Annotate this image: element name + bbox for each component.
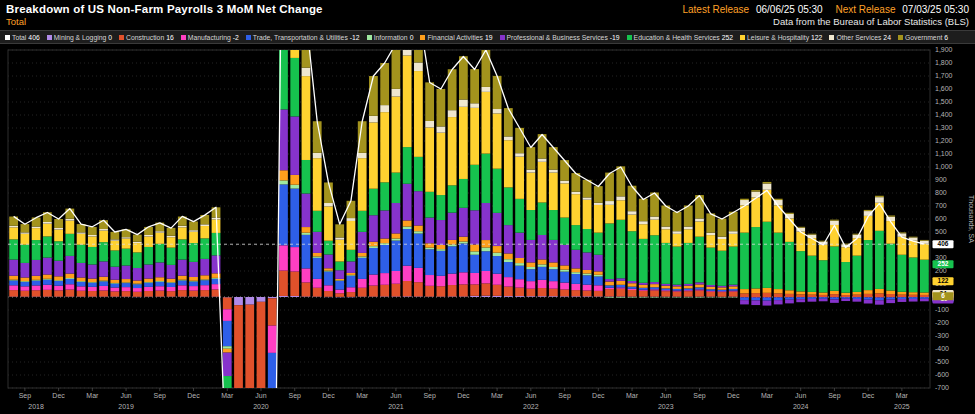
legend-item-manufacturing[interactable]: Manufacturing-2 xyxy=(181,34,239,41)
svg-text:2024: 2024 xyxy=(793,403,809,410)
legend-label: Other Services xyxy=(836,34,881,41)
svg-text:2025: 2025 xyxy=(894,403,910,410)
svg-text:-700: -700 xyxy=(935,384,949,391)
svg-text:2018: 2018 xyxy=(28,403,44,410)
svg-text:Jun: Jun xyxy=(795,392,806,399)
svg-text:Mar: Mar xyxy=(896,392,909,399)
svg-text:Sep: Sep xyxy=(828,392,841,400)
svg-text:Jun: Jun xyxy=(390,392,401,399)
payrolls-stacked-bar-chart[interactable]: -700-600-500-400-300-200-100010020030040… xyxy=(0,44,975,414)
legend-item-leisure-hospitality[interactable]: Leisure & Hospitality122 xyxy=(740,34,822,41)
svg-text:Dec: Dec xyxy=(862,392,875,399)
legend-value: 16 xyxy=(166,34,174,41)
svg-text:1,700: 1,700 xyxy=(935,72,953,79)
svg-text:1,900: 1,900 xyxy=(935,46,953,53)
svg-text:6: 6 xyxy=(941,292,945,299)
svg-text:-100: -100 xyxy=(935,306,949,313)
legend-item-other-services[interactable]: Other Services24 xyxy=(829,34,891,41)
legend-swatch-government xyxy=(898,35,903,40)
legend-value: 252 xyxy=(722,34,733,41)
legend-label: Professional & Business Services xyxy=(507,34,608,41)
svg-text:1,200: 1,200 xyxy=(935,137,953,144)
svg-text:-400: -400 xyxy=(935,345,949,352)
legend-label: Trade, Transportation & Utilities xyxy=(253,34,348,41)
legend-item-government[interactable]: Government6 xyxy=(898,34,948,41)
svg-text:Mar: Mar xyxy=(221,392,234,399)
svg-text:Dec: Dec xyxy=(52,392,65,399)
svg-text:Sep: Sep xyxy=(154,392,167,400)
legend-label: Education & Health Services xyxy=(634,34,720,41)
legend-swatch-manufacturing xyxy=(181,35,186,40)
legend-value: 19 xyxy=(485,34,493,41)
legend-item-financial-activities[interactable]: Financial Activities19 xyxy=(420,34,492,41)
svg-text:200: 200 xyxy=(935,267,947,274)
page-title: Breakdown of US Non-Farm Payrolls 3 MoM … xyxy=(6,3,323,15)
svg-text:1,400: 1,400 xyxy=(935,111,953,118)
legend-item-mining-logging[interactable]: Mining & Logging0 xyxy=(47,34,112,41)
svg-text:Sep: Sep xyxy=(423,392,436,400)
legend-item-construction[interactable]: Construction16 xyxy=(119,34,174,41)
release-info: Latest Release 06/06/25 05:30 Next Relea… xyxy=(672,4,969,15)
svg-text:Mar: Mar xyxy=(626,392,639,399)
svg-text:Mar: Mar xyxy=(761,392,774,399)
legend-swatch-other-services xyxy=(829,35,834,40)
svg-text:1,600: 1,600 xyxy=(935,85,953,92)
legend-value: -19 xyxy=(610,34,620,41)
svg-text:Sep: Sep xyxy=(693,392,706,400)
svg-text:-500: -500 xyxy=(935,358,949,365)
svg-text:1,800: 1,800 xyxy=(935,59,953,66)
latest-release-value: 06/06/25 05:30 xyxy=(756,4,823,15)
svg-text:1,000: 1,000 xyxy=(935,163,953,170)
legend-item-professional-business-services[interactable]: Professional & Business Services-19 xyxy=(500,34,620,41)
header-row-2: Total Data from the Bureau of Labor Stat… xyxy=(0,15,975,29)
legend-swatch-financial-activities xyxy=(420,35,425,40)
svg-text:Jun: Jun xyxy=(525,392,536,399)
svg-text:252: 252 xyxy=(938,260,949,267)
legend-value: 406 xyxy=(28,34,39,41)
svg-text:Mar: Mar xyxy=(491,392,504,399)
svg-text:406: 406 xyxy=(938,240,949,247)
legend-swatch-mining-logging xyxy=(47,35,52,40)
legend-item-trade-transportation-utilities[interactable]: Trade, Transportation & Utilities-12 xyxy=(246,34,360,41)
svg-text:-300: -300 xyxy=(935,332,949,339)
series-subtitle: Total xyxy=(6,16,26,27)
legend-bar: Total406Mining & Logging0Construction16M… xyxy=(0,30,975,44)
svg-text:122: 122 xyxy=(938,277,949,284)
svg-text:Dec: Dec xyxy=(592,392,605,399)
legend-item-total[interactable]: Total406 xyxy=(5,34,40,41)
svg-text:Dec: Dec xyxy=(187,392,200,399)
x-axis-labels: SepDecMarJunSepDecMarJunSepDecMarJunSepD… xyxy=(19,388,910,410)
legend-swatch-total xyxy=(5,35,10,40)
stacked-bars xyxy=(9,44,929,414)
latest-release-label: Latest Release xyxy=(682,4,749,15)
legend-swatch-construction xyxy=(119,35,124,40)
legend-label: Leisure & Hospitality xyxy=(747,34,809,41)
legend-label: Manufacturing xyxy=(188,34,231,41)
svg-text:Jun: Jun xyxy=(660,392,671,399)
next-release-label: Next Release xyxy=(835,4,895,15)
legend-swatch-trade-transportation-utilities xyxy=(246,35,251,40)
svg-text:800: 800 xyxy=(935,189,947,196)
y-axis-title: Thousands, SA xyxy=(968,195,975,243)
legend-value: 122 xyxy=(811,34,822,41)
legend-label: Construction xyxy=(126,34,164,41)
svg-text:2022: 2022 xyxy=(523,403,539,410)
header-row-1: Breakdown of US Non-Farm Payrolls 3 MoM … xyxy=(0,0,975,15)
legend-item-information[interactable]: Information0 xyxy=(367,34,414,41)
legend-item-education-health-services[interactable]: Education & Health Services252 xyxy=(627,34,733,41)
legend-value: 24 xyxy=(883,34,891,41)
svg-text:Jun: Jun xyxy=(255,392,266,399)
svg-text:1,500: 1,500 xyxy=(935,98,953,105)
svg-text:2019: 2019 xyxy=(118,403,134,410)
svg-text:Sep: Sep xyxy=(558,392,571,400)
data-source-label: Data from the Bureau of Labor Statistics… xyxy=(773,16,969,27)
legend-value: -12 xyxy=(350,34,360,41)
svg-text:Mar: Mar xyxy=(86,392,99,399)
svg-text:Dec: Dec xyxy=(322,392,335,399)
svg-text:Sep: Sep xyxy=(19,392,32,400)
legend-value: 6 xyxy=(944,34,948,41)
legend-label: Mining & Logging xyxy=(54,34,107,41)
svg-text:1,100: 1,100 xyxy=(935,150,953,157)
next-release-value: 07/03/25 05:30 xyxy=(902,4,969,15)
svg-text:Jun: Jun xyxy=(120,392,131,399)
